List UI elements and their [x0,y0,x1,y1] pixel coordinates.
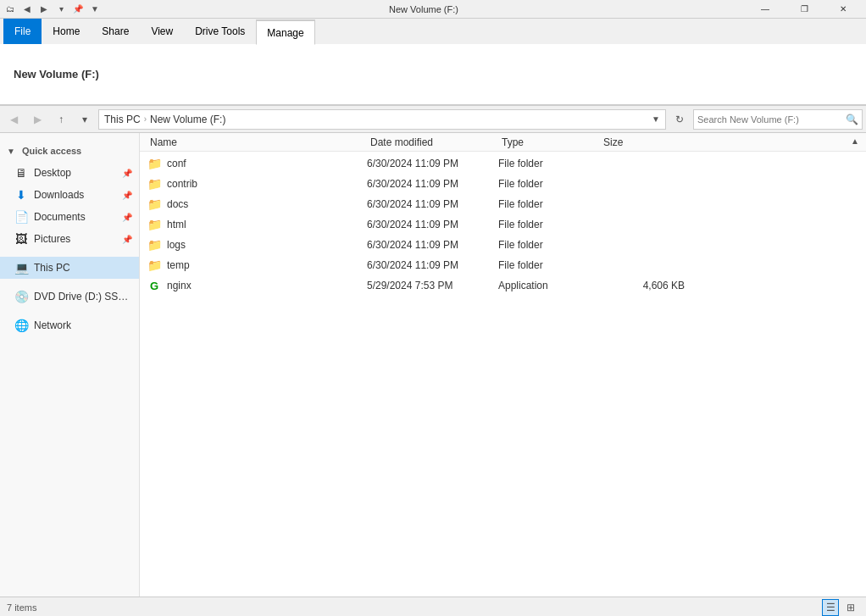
status-bar: 7 items ☰ ⊞ [0,597,866,616]
tab-drive-tools[interactable]: Drive Tools [184,19,256,44]
search-input[interactable] [697,114,842,125]
ribbon-volume-title: New Volume (F:) [14,68,99,80]
file-date: 6/30/2024 11:09 PM [367,219,498,230]
col-header-name[interactable]: Name [147,135,367,150]
expand-icon[interactable]: ▼ [88,3,102,16]
network-label: Network [34,319,132,331]
sidebar-item-pictures[interactable]: 🖼 Pictures 📌 [0,228,139,250]
file-date: 6/30/2024 11:09 PM [367,198,498,210]
up-button[interactable]: ↑ [51,109,71,130]
documents-icon: 📄 [14,210,29,224]
ribbon-tabs: File Home Share View Drive Tools Manage [0,19,866,44]
file-type: File folder [498,219,600,230]
sidebar-item-this-pc[interactable]: 💻 This PC [0,257,139,279]
back-arrow-icon[interactable]: ◀ [20,3,34,16]
col-header-type[interactable]: Type [498,135,600,150]
sidebar-item-downloads[interactable]: ⬇ Downloads 📌 [0,184,139,206]
tab-share[interactable]: Share [91,19,140,44]
file-name: conf [167,158,367,169]
window-controls: — ❐ ✕ [746,0,863,19]
table-row[interactable]: 📁 temp 6/30/2024 11:09 PM File folder [140,255,866,275]
file-list: 📁 conf 6/30/2024 11:09 PM File folder 📁 … [140,152,866,597]
table-row[interactable]: 📁 logs 6/30/2024 11:09 PM File folder [140,235,866,255]
folder-icon: 📁 [147,237,162,253]
minimize-button[interactable]: — [746,0,785,19]
pin-icon[interactable]: 📌 [71,3,85,16]
table-row[interactable]: 📁 docs 6/30/2024 11:09 PM File folder [140,194,866,214]
view-icons: ☰ ⊞ [822,599,859,616]
tab-manage[interactable]: Manage [256,19,314,45]
folder-icon: 📁 [147,217,162,232]
sidebar: ▼ Quick access 🖥 Desktop 📌 ⬇ Downloads 📌… [0,133,140,597]
table-row[interactable]: 📁 html 6/30/2024 11:09 PM File folder [140,214,866,235]
search-icon[interactable]: 🔍 [846,114,858,125]
file-type: File folder [498,239,600,251]
address-volume[interactable]: New Volume (F:) [150,114,225,125]
item-count: 7 items [7,602,36,613]
file-name: contrib [167,178,367,190]
file-date: 6/30/2024 11:09 PM [367,259,498,271]
recent-locations-button[interactable]: ▾ [75,109,95,130]
documents-label: Documents [34,211,117,223]
address-path: This PC › New Volume (F:) [104,114,645,125]
file-content: Name Date modified Type Size ▲ 📁 conf 6/… [140,133,866,597]
downloads-pin-icon: 📌 [122,191,132,200]
folder-icon: 📁 [147,258,162,273]
file-name: temp [167,259,367,271]
pictures-icon: 🖼 [14,232,29,246]
quick-access-header[interactable]: ▼ Quick access [0,140,139,162]
down-arrow-icon[interactable]: ▾ [54,3,68,16]
search-box[interactable]: 🔍 [693,109,863,130]
sidebar-item-desktop[interactable]: 🖥 Desktop 📌 [0,162,139,184]
tab-view[interactable]: View [140,19,184,44]
details-view-icon[interactable]: ☰ [822,599,839,616]
back-button[interactable]: ◀ [3,109,24,130]
ribbon-content: New Volume (F:) [0,44,866,105]
sort-arrow-icon[interactable]: ▲ [851,136,859,146]
address-this-pc[interactable]: This PC [104,114,141,125]
file-type: File folder [498,158,600,169]
forward-button[interactable]: ▶ [27,109,47,130]
forward-arrow-icon[interactable]: ▶ [37,3,51,16]
main-layout: ▼ Quick access 🖥 Desktop 📌 ⬇ Downloads 📌… [0,133,866,597]
file-name: docs [167,198,367,210]
sidebar-item-dvd[interactable]: 💿 DVD Drive (D:) SSS_X6 [0,286,139,308]
table-row[interactable]: G nginx 5/29/2024 7:53 PM Application 4,… [140,275,866,296]
network-icon: 🌐 [14,319,29,332]
file-size: 4,606 KB [600,280,685,291]
dvd-icon: 💿 [14,290,29,303]
window-title: New Volume (F:) [102,4,746,14]
title-bar: 🗂 ◀ ▶ ▾ 📌 ▼ New Volume (F:) — ❐ ✕ [0,0,866,19]
folder-icon: 📁 [147,176,162,191]
sidebar-item-network[interactable]: 🌐 Network [0,314,139,336]
column-headers: Name Date modified Type Size ▲ [140,133,866,152]
refresh-button[interactable]: ↻ [669,109,690,130]
ribbon: File Home Share View Drive Tools Manage … [0,19,866,106]
file-type: File folder [498,259,600,271]
col-header-date[interactable]: Date modified [367,135,498,150]
col-header-size[interactable]: Size [600,135,685,150]
table-row[interactable]: 📁 contrib 6/30/2024 11:09 PM File folder [140,174,866,194]
tab-file[interactable]: File [3,19,42,44]
pictures-label: Pictures [34,233,117,245]
file-date: 5/29/2024 7:53 PM [367,280,498,291]
documents-pin-icon: 📌 [122,213,132,222]
network-section: 🌐 Network [0,311,139,340]
downloads-label: Downloads [34,189,117,201]
table-row[interactable]: 📁 conf 6/30/2024 11:09 PM File folder [140,153,866,174]
tiles-view-icon[interactable]: ⊞ [842,599,859,616]
file-name: logs [167,239,367,251]
address-dropdown-icon[interactable]: ▼ [652,114,660,124]
file-date: 6/30/2024 11:09 PM [367,178,498,190]
close-button[interactable]: ✕ [824,0,863,19]
maximize-button[interactable]: ❐ [785,0,824,19]
sidebar-item-documents[interactable]: 📄 Documents 📌 [0,206,139,228]
folder-icon: 📁 [147,156,162,171]
this-pc-section: 💻 This PC [0,253,139,282]
title-bar-icons: 🗂 ◀ ▶ ▾ 📌 ▼ [3,3,102,16]
file-name: nginx [167,280,367,291]
tab-home[interactable]: Home [42,19,91,44]
file-date: 6/30/2024 11:09 PM [367,158,498,169]
address-chevron-1: › [144,114,147,124]
address-box[interactable]: This PC › New Volume (F:) ▼ [98,109,666,130]
